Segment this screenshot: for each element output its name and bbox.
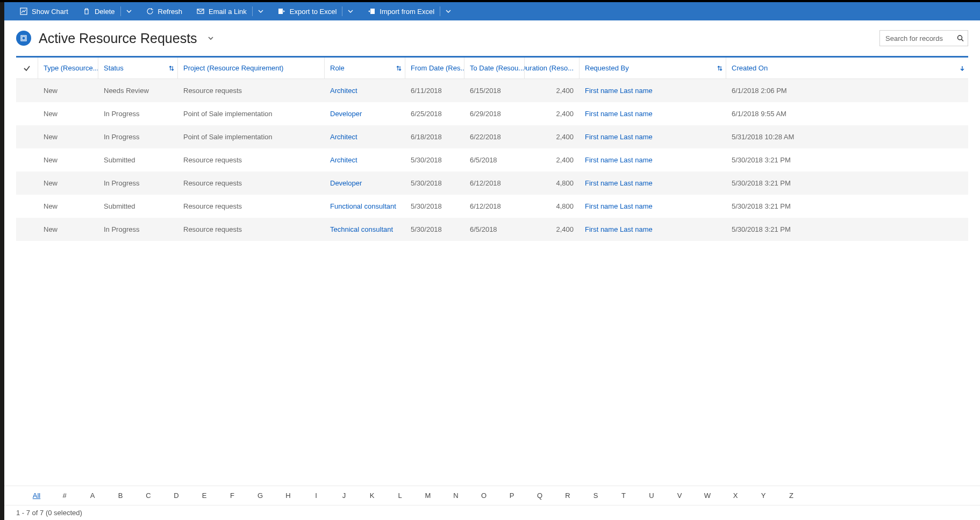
role-link[interactable]: Architect: [330, 87, 357, 95]
sort-icon: [169, 65, 174, 72]
col-requested-by[interactable]: Requested By: [579, 58, 726, 79]
row-selector[interactable]: [16, 148, 38, 172]
delete-split-button[interactable]: [122, 2, 136, 20]
alpha-d[interactable]: D: [162, 491, 190, 500]
requested-by-link[interactable]: First name Last name: [585, 156, 653, 164]
search-wrap: [879, 30, 968, 46]
col-to[interactable]: To Date (Resou...: [464, 58, 524, 79]
alpha-all[interactable]: All: [23, 491, 51, 500]
cell-type: New: [38, 148, 98, 172]
alpha-j[interactable]: J: [330, 491, 358, 500]
requested-by-link[interactable]: First name Last name: [585, 110, 653, 118]
alpha-g[interactable]: G: [246, 491, 274, 500]
chevron-down-icon: [446, 9, 451, 14]
row-selector[interactable]: [16, 102, 38, 125]
requested-by-link[interactable]: First name Last name: [585, 202, 653, 210]
row-selector[interactable]: [16, 218, 38, 241]
cell-from: 5/30/2018: [405, 148, 464, 172]
alpha-q[interactable]: Q: [526, 491, 554, 500]
col-type[interactable]: Type (Resource...: [38, 58, 98, 79]
cell-status: Needs Review: [98, 79, 177, 102]
col-created-on[interactable]: Created On: [726, 58, 968, 79]
table-row[interactable]: NewNeeds ReviewResource requestsArchitec…: [16, 79, 968, 102]
row-selector[interactable]: [16, 172, 38, 195]
col-from[interactable]: From Date (Res...: [405, 58, 464, 79]
alpha-l[interactable]: L: [386, 491, 414, 500]
import-excel-button[interactable]: Import from Excel: [363, 2, 439, 20]
alpha-o[interactable]: O: [470, 491, 498, 500]
refresh-button[interactable]: Refresh: [141, 2, 187, 20]
email-link-button[interactable]: Email a Link: [192, 2, 251, 20]
table-row[interactable]: NewIn ProgressResource requestsTechnical…: [16, 218, 968, 241]
col-project[interactable]: Project (Resource Requirement): [177, 58, 324, 79]
cell-type: New: [38, 79, 98, 102]
table-row[interactable]: NewIn ProgressPoint of Sale implementati…: [16, 102, 968, 125]
cell-to: 6/5/2018: [464, 148, 524, 172]
delete-label: Delete: [95, 8, 115, 16]
role-link[interactable]: Technical consultant: [330, 225, 393, 233]
row-selector[interactable]: [16, 125, 38, 148]
table-row[interactable]: NewSubmittedResource requestsArchitect5/…: [16, 148, 968, 172]
alpha-v[interactable]: V: [666, 491, 693, 500]
delete-button[interactable]: Delete: [78, 2, 119, 20]
role-link[interactable]: Architect: [330, 133, 357, 141]
alpha-b[interactable]: B: [106, 491, 134, 500]
cell-duration: 2,400: [524, 218, 579, 241]
alpha-n[interactable]: N: [442, 491, 470, 500]
select-all-header[interactable]: [16, 58, 38, 79]
alpha-x[interactable]: X: [721, 491, 749, 500]
col-status[interactable]: Status: [98, 58, 177, 79]
email-split-button[interactable]: [254, 2, 268, 20]
alpha-a[interactable]: A: [78, 491, 106, 500]
alpha-m[interactable]: M: [414, 491, 442, 500]
alpha-t[interactable]: T: [610, 491, 638, 500]
role-link[interactable]: Developer: [330, 179, 362, 187]
role-link[interactable]: Architect: [330, 156, 357, 164]
search-input[interactable]: [879, 30, 968, 46]
alpha-e[interactable]: E: [190, 491, 218, 500]
row-selector[interactable]: [16, 79, 38, 102]
requested-by-link[interactable]: First name Last name: [585, 133, 653, 141]
table-row[interactable]: NewSubmittedResource requestsFunctional …: [16, 195, 968, 218]
alpha-z[interactable]: Z: [777, 491, 805, 500]
alpha-i[interactable]: I: [302, 491, 330, 500]
view-selector[interactable]: [207, 34, 214, 42]
cell-role: Architect: [324, 125, 405, 148]
export-split-button[interactable]: [344, 2, 357, 20]
alpha-#[interactable]: #: [51, 491, 78, 500]
requested-by-link[interactable]: First name Last name: [585, 225, 653, 233]
row-selector[interactable]: [16, 195, 38, 218]
cell-to: 6/12/2018: [464, 195, 524, 218]
alpha-r[interactable]: R: [554, 491, 582, 500]
show-chart-button[interactable]: Show Chart: [15, 2, 73, 20]
separator: [342, 6, 342, 16]
alpha-p[interactable]: P: [498, 491, 526, 500]
entity-badge: [16, 31, 31, 46]
alpha-s[interactable]: S: [582, 491, 610, 500]
alpha-f[interactable]: F: [218, 491, 246, 500]
col-role[interactable]: Role: [324, 58, 405, 79]
col-duration[interactable]: Duration (Reso...: [524, 58, 579, 79]
import-split-button[interactable]: [441, 2, 455, 20]
search-icon[interactable]: [957, 35, 964, 42]
alpha-k[interactable]: K: [358, 491, 386, 500]
role-link[interactable]: Developer: [330, 110, 362, 118]
table-row[interactable]: NewIn ProgressResource requestsDeveloper…: [16, 172, 968, 195]
requested-by-link[interactable]: First name Last name: [585, 179, 653, 187]
alpha-c[interactable]: C: [134, 491, 162, 500]
alpha-u[interactable]: U: [638, 491, 666, 500]
table-row[interactable]: NewIn ProgressPoint of Sale implementati…: [16, 125, 968, 148]
alpha-w[interactable]: W: [693, 491, 721, 500]
alpha-h[interactable]: H: [274, 491, 302, 500]
cell-type: New: [38, 172, 98, 195]
alpha-y[interactable]: Y: [749, 491, 777, 500]
cell-role: Developer: [324, 172, 405, 195]
sort-icon: [717, 65, 723, 72]
requested-by-link[interactable]: First name Last name: [585, 87, 653, 95]
title-row: Active Resource Requests: [4, 20, 980, 56]
cell-from: 6/11/2018: [405, 79, 464, 102]
email-icon: [196, 7, 205, 16]
cell-created-on: 5/30/2018 3:21 PM: [726, 148, 968, 172]
export-excel-button[interactable]: Export to Excel: [273, 2, 341, 20]
role-link[interactable]: Functional consultant: [330, 202, 396, 210]
